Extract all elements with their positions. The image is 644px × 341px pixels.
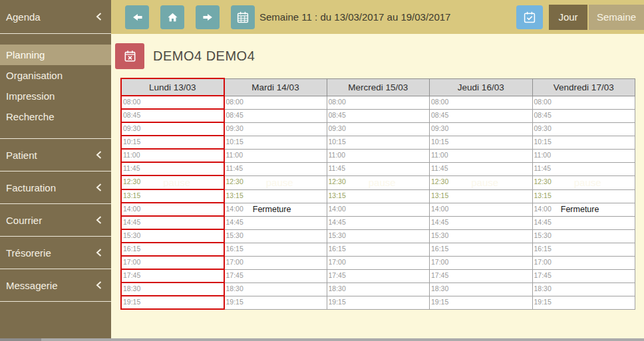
week-view-button[interactable]: Semaine <box>589 5 644 30</box>
time-slot-cell[interactable]: 09:30 <box>430 122 533 136</box>
time-slot-cell[interactable]: 08:00 <box>327 96 430 109</box>
time-slot-cell[interactable]: 10:15 <box>327 136 430 149</box>
scrollbar-thumb[interactable] <box>0 338 41 341</box>
time-slot-cell[interactable]: 11:00 <box>430 149 533 162</box>
time-slot-cell[interactable]: 11:00 <box>121 149 224 162</box>
time-slot-cell[interactable]: 12:30pause <box>430 175 533 189</box>
time-slot-cell[interactable]: 09:30 <box>224 122 327 136</box>
sidebar-item-recherche[interactable]: Recherche <box>0 106 111 127</box>
time-slot-cell[interactable]: 19:15 <box>224 296 327 309</box>
time-slot-cell[interactable]: 18:30 <box>224 283 327 296</box>
time-slot-cell[interactable]: 15:30 <box>532 229 635 243</box>
time-slot-cell[interactable]: 14:00Fermeture <box>532 203 635 216</box>
time-slot-cell[interactable]: 11:00 <box>532 149 635 162</box>
sidebar-item-agenda[interactable]: Agenda <box>0 0 111 34</box>
time-slot-cell[interactable]: 13:15 <box>121 189 224 203</box>
day-header[interactable]: Mardi 14/03 <box>224 78 327 96</box>
time-slot-cell[interactable]: 14:45 <box>224 216 327 229</box>
time-slot-cell[interactable]: 10:15 <box>224 136 327 149</box>
time-slot-cell[interactable]: 19:15 <box>327 296 430 309</box>
time-slot-cell[interactable]: 11:45 <box>532 162 635 175</box>
time-slot-cell[interactable]: 10:15 <box>121 136 224 149</box>
time-slot-cell[interactable]: 12:30pause <box>327 175 430 189</box>
time-slot-cell[interactable]: 08:45 <box>430 109 533 122</box>
time-slot-cell[interactable]: 16:15 <box>121 243 224 256</box>
time-slot-cell[interactable]: 10:15 <box>430 136 533 149</box>
time-slot-cell[interactable]: 18:30 <box>327 283 430 296</box>
time-slot-cell[interactable]: 08:00 <box>532 96 635 109</box>
time-slot-cell[interactable]: 13:15 <box>224 189 327 203</box>
time-slot-cell[interactable]: 17:00 <box>532 256 635 269</box>
datepicker-button[interactable] <box>516 5 543 29</box>
time-slot-cell[interactable]: 09:30 <box>121 122 224 136</box>
time-slot-cell[interactable]: 19:15 <box>430 296 533 309</box>
time-slot-cell[interactable]: 19:15 <box>532 296 635 309</box>
day-header[interactable]: Vendredi 17/03 <box>532 78 635 96</box>
day-view-button[interactable]: Jour <box>549 5 587 30</box>
time-slot-cell[interactable]: 08:45 <box>121 109 224 122</box>
time-slot-cell[interactable]: 18:30 <box>121 283 224 296</box>
time-slot-cell[interactable]: 13:15 <box>430 189 533 203</box>
time-slot-cell[interactable]: 16:15 <box>532 243 635 256</box>
time-slot-cell[interactable]: 11:45 <box>121 162 224 175</box>
time-slot-cell[interactable]: 17:00 <box>430 256 533 269</box>
time-slot-cell[interactable]: 15:30 <box>327 229 430 243</box>
time-slot-cell[interactable]: 08:45 <box>224 109 327 122</box>
time-slot-cell[interactable]: 15:30 <box>224 229 327 243</box>
sidebar-item-planning[interactable]: Planning <box>0 45 111 65</box>
time-slot-cell[interactable]: 14:00 <box>430 203 533 216</box>
sidebar-item-impression[interactable]: Impression <box>0 86 111 106</box>
sidebar-item-messagerie[interactable]: Messagerie <box>0 269 111 302</box>
time-slot-cell[interactable]: 12:30pause <box>224 175 327 189</box>
time-slot-cell[interactable]: 11:45 <box>327 162 430 175</box>
time-slot-cell[interactable]: 12:30pause <box>532 175 635 189</box>
time-slot-cell[interactable]: 18:30 <box>532 283 635 296</box>
time-slot-cell[interactable]: 17:00 <box>121 256 224 269</box>
time-slot-cell[interactable]: 11:45 <box>224 162 327 175</box>
horizontal-scrollbar[interactable] <box>0 338 644 341</box>
time-slot-cell[interactable]: 11:45 <box>430 162 533 175</box>
time-slot-cell[interactable]: 14:00 <box>327 203 430 216</box>
practitioner-calendar-button[interactable] <box>115 43 144 69</box>
time-slot-cell[interactable]: 08:00 <box>430 96 533 109</box>
time-slot-cell[interactable]: 15:30 <box>121 229 224 243</box>
time-slot-cell[interactable]: 12:30pause <box>121 175 224 189</box>
time-slot-cell[interactable]: 11:00 <box>327 149 430 162</box>
sidebar-item-tresorerie[interactable]: Trésorerie <box>0 237 111 269</box>
day-header[interactable]: Mercredi 15/03 <box>327 78 430 96</box>
next-week-button[interactable] <box>196 5 220 29</box>
day-header[interactable]: Jeudi 16/03 <box>430 78 533 96</box>
time-slot-cell[interactable]: 17:45 <box>430 269 533 283</box>
time-slot-cell[interactable]: 16:15 <box>430 243 533 256</box>
time-slot-cell[interactable]: 17:45 <box>121 269 224 283</box>
sidebar-item-patient[interactable]: Patient <box>0 139 111 171</box>
time-slot-cell[interactable]: 14:45 <box>121 216 224 229</box>
time-slot-cell[interactable]: 16:15 <box>224 243 327 256</box>
time-slot-cell[interactable]: 19:15 <box>121 296 224 309</box>
today-button[interactable] <box>160 5 184 29</box>
time-slot-cell[interactable]: 13:15 <box>327 189 430 203</box>
time-slot-cell[interactable]: 08:45 <box>327 109 430 122</box>
time-slot-cell[interactable]: 17:00 <box>224 256 327 269</box>
time-slot-cell[interactable]: 08:45 <box>532 109 635 122</box>
sidebar-item-courrier[interactable]: Courrier <box>0 204 111 237</box>
time-slot-cell[interactable]: 18:30 <box>430 283 533 296</box>
time-slot-cell[interactable]: 08:00 <box>121 96 224 109</box>
time-slot-cell[interactable]: 14:00 <box>121 203 224 216</box>
time-slot-cell[interactable]: 09:30 <box>532 122 635 136</box>
time-slot-cell[interactable]: 10:15 <box>532 136 635 149</box>
time-slot-cell[interactable]: 14:45 <box>327 216 430 229</box>
sidebar-item-facturation[interactable]: Facturation <box>0 171 111 204</box>
time-slot-cell[interactable]: 16:15 <box>327 243 430 256</box>
time-slot-cell[interactable]: 09:30 <box>327 122 430 136</box>
time-slot-cell[interactable]: 08:00 <box>224 96 327 109</box>
time-slot-cell[interactable]: 17:45 <box>327 269 430 283</box>
time-slot-cell[interactable]: 14:45 <box>532 216 635 229</box>
calendar-view-button[interactable] <box>231 5 255 29</box>
time-slot-cell[interactable]: 11:00 <box>224 149 327 162</box>
day-header[interactable]: Lundi 13/03 <box>121 78 224 96</box>
time-slot-cell[interactable]: 13:15 <box>532 189 635 203</box>
time-slot-cell[interactable]: 14:45 <box>430 216 533 229</box>
time-slot-cell[interactable]: 15:30 <box>430 229 533 243</box>
time-slot-cell[interactable]: 17:00 <box>327 256 430 269</box>
